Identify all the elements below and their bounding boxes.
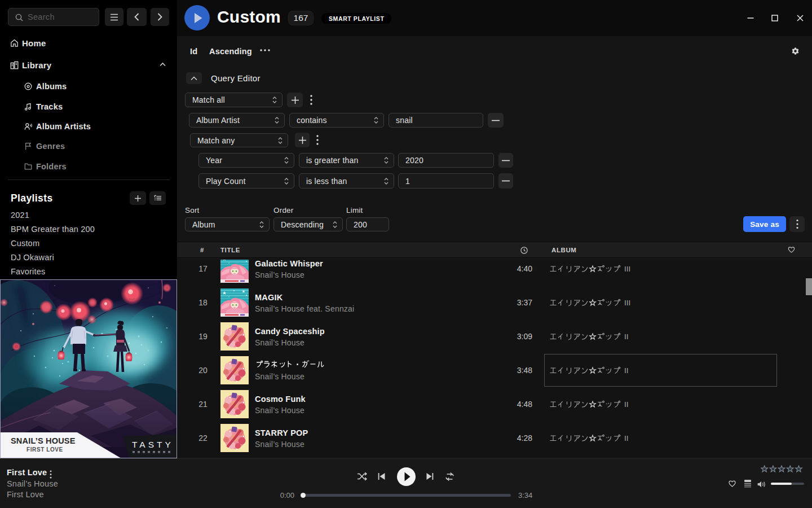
svg-text:SNAIL’S HOUSE: SNAIL’S HOUSE: [11, 436, 76, 445]
svg-text:FIRST LOVE: FIRST LOVE: [27, 446, 63, 453]
svg-text:TASTY: TASTY: [132, 440, 174, 449]
